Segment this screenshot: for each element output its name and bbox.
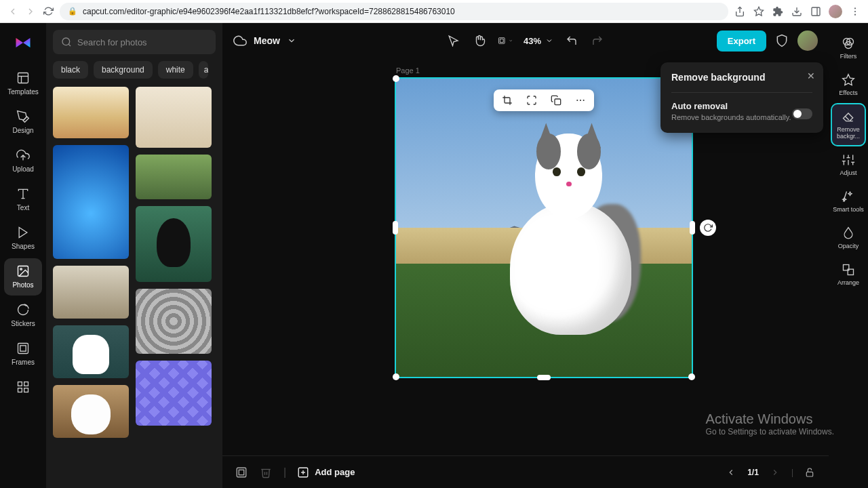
rotate-handle[interactable] [700,220,716,236]
rr-smart-tools[interactable]: Smart tools [832,184,865,218]
rr-adjust[interactable]: Adjust [832,148,865,182]
upload-icon [16,148,31,163]
svg-rect-8 [18,73,28,83]
rail-more[interactable] [4,374,42,401]
context-toolbar [494,89,594,111]
rail-shapes[interactable]: Shapes [4,220,42,257]
rail-photos[interactable]: Photos [4,258,42,296]
rail-templates[interactable]: Templates [4,65,42,102]
photo-thumb[interactable] [136,87,212,148]
delete-icon[interactable] [259,466,273,479]
chip-more[interactable]: a [199,61,208,79]
photo-thumb[interactable] [53,266,129,319]
undo-icon[interactable] [564,33,579,48]
close-icon[interactable]: ✕ [807,70,815,81]
svg-rect-31 [239,470,244,475]
svg-point-22 [62,38,70,45]
lock-icon[interactable] [803,466,816,479]
user-avatar[interactable] [797,30,818,51]
extensions-icon[interactable] [772,5,784,18]
rail-frames[interactable]: Frames [4,336,42,373]
remove-background-popup: ✕ Remove background Auto removal Remove … [660,62,823,133]
panel-icon[interactable] [810,5,822,18]
back-icon[interactable] [7,5,19,18]
svg-point-6 [854,10,856,12]
svg-rect-17 [20,346,26,351]
templates-icon [16,70,31,85]
arrange-icon [842,263,855,277]
resize-handle[interactable] [393,221,398,235]
next-page-icon[interactable] [768,466,782,479]
svg-point-27 [576,100,578,101]
photo-thumb[interactable] [53,325,129,378]
filters-icon [842,37,855,50]
shield-icon[interactable] [774,33,789,48]
main-area: Meow 43% Export Page 1 [222,23,829,488]
photo-thumb[interactable] [136,361,212,426]
crop-icon[interactable] [500,94,514,107]
chip-white[interactable]: white [158,61,193,79]
svg-rect-26 [555,99,561,105]
resize-handle[interactable] [393,75,399,82]
resize-handle[interactable] [688,373,695,380]
export-button[interactable]: Export [717,30,766,52]
rail-design[interactable]: Design [4,104,42,141]
more-icon [16,380,31,394]
app-logo[interactable] [13,33,33,53]
menu-icon[interactable] [849,5,861,18]
resize-handle[interactable] [537,375,551,380]
chip-black[interactable]: black [53,61,88,79]
project-name-group[interactable]: Meow [233,34,296,47]
reload-icon[interactable] [42,5,54,18]
profile-avatar[interactable] [829,5,842,18]
photo-thumb[interactable] [53,87,129,138]
download-icon[interactable] [791,5,803,18]
photo-thumb[interactable] [136,289,212,354]
duplicate-icon[interactable] [549,94,563,107]
photos-icon [16,264,31,279]
zoom-level[interactable]: 43% [524,36,553,46]
page-indicator: 1/1 [747,468,759,477]
canvas-zone[interactable]: Page 1 [222,58,829,455]
rail-upload[interactable]: Upload [4,142,42,180]
popup-subtitle: Auto removal [671,101,812,111]
rail-stickers[interactable]: Stickers [4,297,42,334]
photo-thumb[interactable] [136,155,212,199]
add-page-button[interactable]: Add page [297,466,355,479]
auto-removal-toggle[interactable] [792,108,812,119]
prev-page-icon[interactable] [724,466,738,479]
top-bar: Meow 43% Export [222,23,829,58]
photo-thumb[interactable] [136,206,212,282]
resize-icon[interactable] [498,33,513,48]
flip-icon[interactable] [525,94,538,107]
redo-icon[interactable] [590,33,605,48]
share-icon[interactable] [734,5,746,18]
chip-background[interactable]: background [94,61,153,79]
forward-icon[interactable] [24,5,37,18]
url-bar[interactable]: 🔒 capcut.com/editor-graphic/e94e9602396f… [60,3,728,20]
svg-rect-19 [24,382,28,386]
resize-handle[interactable] [393,373,399,380]
selection-frame[interactable] [395,77,693,378]
hand-icon[interactable] [472,33,487,48]
more-icon[interactable] [574,94,587,107]
cursor-icon[interactable] [446,33,461,48]
search-input[interactable]: Search for photos [53,30,216,54]
layers-icon[interactable] [235,466,248,479]
rr-arrange[interactable]: Arrange [832,258,865,291]
rail-text[interactable]: Text [4,181,42,218]
rr-opacity[interactable]: Opacity [832,221,865,255]
svg-point-7 [854,14,856,15]
photos-panel: Search for photos black background white… [46,23,222,488]
svg-point-29 [583,100,585,101]
star-icon[interactable] [753,5,765,18]
add-page-icon [297,466,309,479]
svg-rect-30 [237,468,246,477]
rr-remove-background[interactable]: Remove backgr... [832,104,865,145]
photo-thumb[interactable] [53,145,129,259]
rr-filters[interactable]: Filters [832,31,865,65]
rr-effects[interactable]: Effects [832,68,865,102]
popup-title: Remove background [671,72,812,83]
photo-thumb[interactable] [53,385,129,438]
resize-handle[interactable] [690,221,695,235]
